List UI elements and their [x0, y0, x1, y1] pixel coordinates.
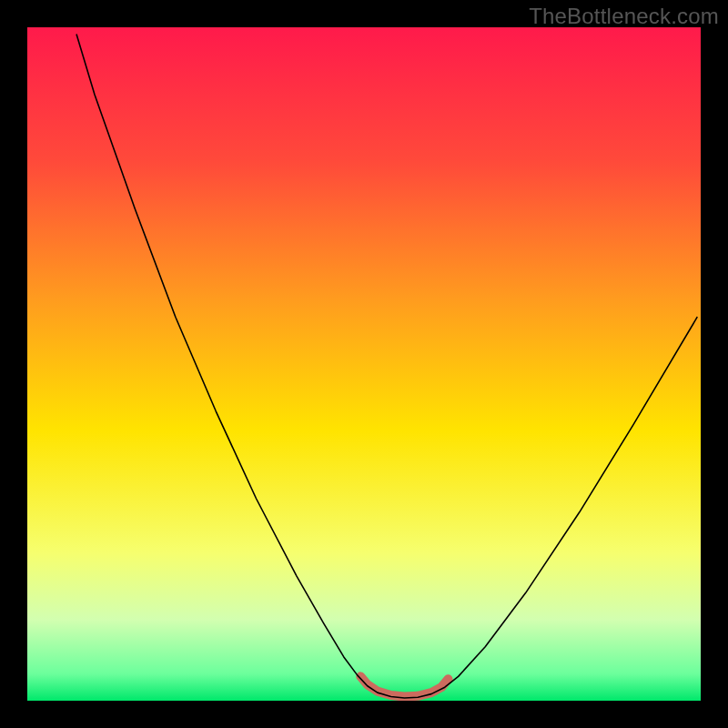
chart-frame: TheBottleneck.com: [0, 0, 728, 728]
bottleneck-chart: [0, 0, 728, 728]
gradient-background: [27, 27, 701, 701]
watermark-text: TheBottleneck.com: [529, 4, 719, 29]
